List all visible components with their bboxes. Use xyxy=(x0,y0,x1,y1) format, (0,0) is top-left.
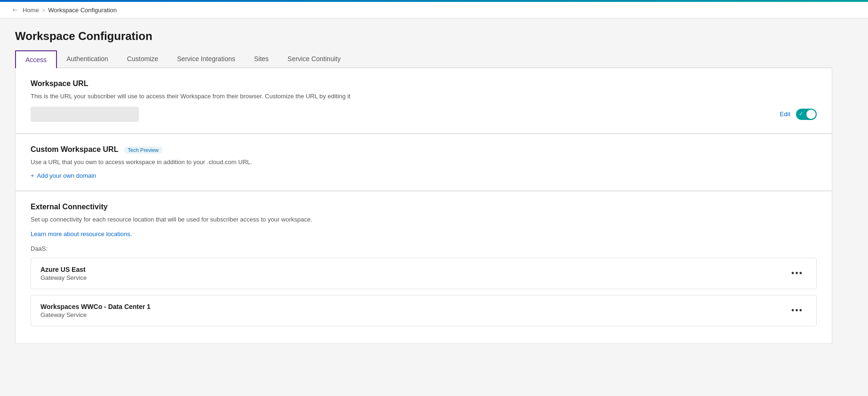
workspace-url-section: Workspace URL This is the URL your subsc… xyxy=(15,68,832,134)
edit-url-link[interactable]: Edit xyxy=(780,111,790,118)
plus-icon: + xyxy=(31,172,34,179)
workspace-url-toggle[interactable] xyxy=(796,109,817,120)
external-connectivity-description: Set up connectivity for each resource lo… xyxy=(31,215,817,224)
tab-service-integrations[interactable]: Service Integrations xyxy=(168,50,245,67)
home-link[interactable]: Home xyxy=(23,7,39,14)
nav-bar: ← Home > Workspace Configuration xyxy=(0,2,868,18)
resource-service-wwco: Gateway Service xyxy=(40,311,151,318)
page-title: Workspace Configuration xyxy=(15,30,832,43)
external-connectivity-section: External Connectivity Set up connectivit… xyxy=(15,191,832,344)
back-button[interactable]: ← xyxy=(11,6,19,14)
tech-preview-badge: Tech Preview xyxy=(124,146,162,154)
tab-sites[interactable]: Sites xyxy=(245,50,278,67)
resource-more-button-wwco[interactable]: ••• xyxy=(788,304,807,317)
resource-info-wwco: Workspaces WWCo - Data Center 1 Gateway … xyxy=(40,303,151,318)
tab-service-continuity[interactable]: Service Continuity xyxy=(278,50,350,67)
resource-item-azure: Azure US East Gateway Service ••• xyxy=(31,258,817,289)
tab-authentication[interactable]: Authentication xyxy=(57,50,118,67)
learn-more-link[interactable]: Learn more about resource locations. xyxy=(31,230,132,238)
custom-workspace-url-title: Custom Workspace URL Tech Preview xyxy=(31,145,817,154)
tab-customize[interactable]: Customize xyxy=(118,50,168,67)
resource-info-azure: Azure US East Gateway Service xyxy=(40,266,87,281)
resource-name-azure: Azure US East xyxy=(40,266,87,273)
url-actions: Edit xyxy=(780,109,817,120)
external-connectivity-title: External Connectivity xyxy=(31,203,817,211)
page-content: Workspace Configuration Access Authentic… xyxy=(0,18,847,355)
url-display-box xyxy=(31,107,139,122)
resource-more-button-azure[interactable]: ••• xyxy=(788,267,807,280)
workspace-url-description: This is the URL your subscriber will use… xyxy=(31,92,817,101)
breadcrumb: Home > Workspace Configuration xyxy=(23,7,117,14)
resource-service-azure: Gateway Service xyxy=(40,274,87,281)
resource-item-wwco: Workspaces WWCo - Data Center 1 Gateway … xyxy=(31,295,817,326)
toggle-knob xyxy=(806,110,816,119)
workspace-url-title: Workspace URL xyxy=(31,79,817,88)
custom-workspace-url-description: Use a URL that you own to access workspa… xyxy=(31,158,817,167)
tab-access[interactable]: Access xyxy=(15,50,57,68)
add-domain-label: Add your own domain xyxy=(37,172,96,179)
daas-label: DaaS: xyxy=(31,245,817,252)
add-domain-button[interactable]: + Add your own domain xyxy=(31,172,96,179)
tabs-container: Access Authentication Customize Service … xyxy=(15,50,832,68)
resource-name-wwco: Workspaces WWCo - Data Center 1 xyxy=(40,303,151,310)
url-row: Edit xyxy=(31,107,817,122)
breadcrumb-current: Workspace Configuration xyxy=(48,7,117,14)
custom-workspace-url-section: Custom Workspace URL Tech Preview Use a … xyxy=(15,134,832,191)
breadcrumb-separator: > xyxy=(42,7,46,14)
